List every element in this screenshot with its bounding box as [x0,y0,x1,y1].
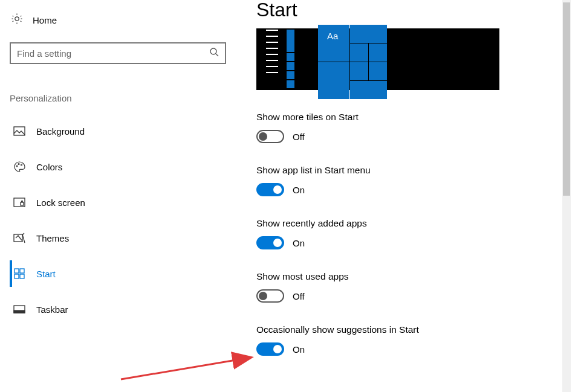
setting-label: Show most used apps [256,271,562,282]
section-header: Personalization [10,93,232,103]
taskbar-icon [13,305,25,313]
start-icon [13,268,25,279]
sidebar-item-label: Themes [36,233,69,243]
sidebar-item-label: Taskbar [36,304,68,315]
svg-rect-2 [14,127,25,135]
sidebar-item-label: Lock screen [36,198,85,208]
setting-label: Show app list in Start menu [256,165,562,176]
home-nav[interactable]: Home [11,11,232,29]
svg-point-1 [210,48,216,54]
sidebar-item-label: Background [36,126,85,137]
toggle-state: On [293,344,305,355]
sidebar-item-colors[interactable]: Colors [10,153,232,180]
sidebar-item-label: Start [36,269,56,279]
toggle-state: On [293,238,305,248]
setting-label: Show more tiles on Start [256,112,562,123]
setting-label: Show recently added apps [256,218,562,229]
scrollbar-thumb[interactable] [563,2,570,196]
svg-rect-7 [21,202,24,205]
svg-point-3 [16,165,18,167]
toggle-most-used[interactable] [256,289,284,303]
toggle-state: Off [293,132,305,142]
themes-icon [13,233,25,243]
svg-rect-14 [14,310,25,313]
home-label: Home [33,15,57,25]
image-icon [13,126,25,136]
svg-point-5 [21,164,22,165]
start-preview: Aa [256,28,499,90]
svg-rect-9 [15,269,19,273]
lock-screen-icon [13,198,25,207]
sidebar-item-themes[interactable]: Themes [10,225,232,251]
sidebar-item-lock-screen[interactable]: Lock screen [10,189,232,216]
toggle-show-more-tiles[interactable] [256,130,284,143]
sidebar-item-label: Colors [36,162,62,172]
toggle-state: Off [293,291,305,301]
search-icon [209,47,219,59]
sidebar-item-background[interactable]: Background [10,118,232,144]
page-title: Start [256,0,562,21]
toggle-state: On [293,185,305,195]
toggle-show-app-list[interactable] [256,183,284,196]
search-input[interactable] [10,42,226,64]
search-field[interactable] [17,48,209,59]
svg-point-4 [18,164,19,165]
svg-point-0 [15,17,19,21]
svg-rect-11 [15,274,19,278]
sidebar-item-taskbar[interactable]: Taskbar [10,296,232,323]
nav-list: Background Colors Lock [10,118,232,323]
svg-rect-12 [20,274,24,278]
toggle-recently-added[interactable] [256,236,284,249]
toggle-suggestions[interactable] [256,342,284,356]
preview-tile-label: Aa [327,31,338,41]
setting-label: Occasionally show suggestions in Start [256,324,562,335]
sidebar-item-start[interactable]: Start [10,260,232,287]
gear-icon [11,13,23,27]
svg-rect-10 [20,269,24,273]
scrollbar[interactable] [562,0,571,392]
palette-icon [13,161,25,173]
